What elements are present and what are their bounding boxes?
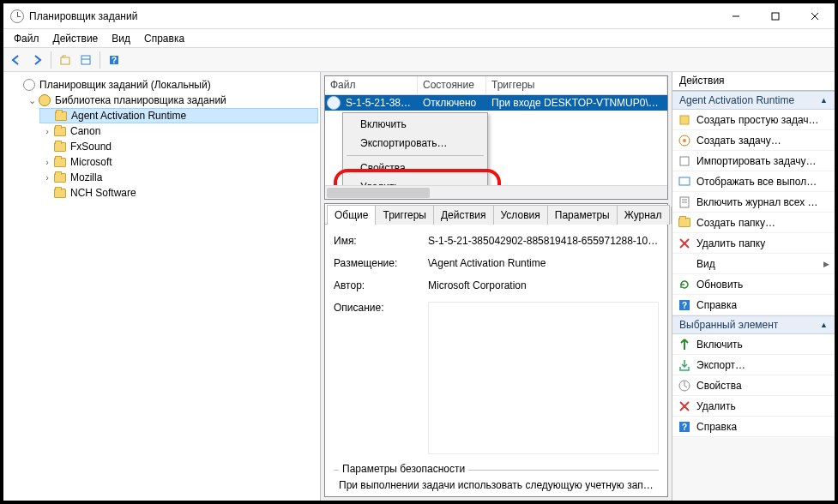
label-location: Размещение: bbox=[334, 257, 428, 269]
col-state[interactable]: Состояние bbox=[418, 76, 486, 94]
toolbar: ? bbox=[3, 48, 835, 72]
action-delete[interactable]: Удалить bbox=[672, 396, 835, 417]
tree-item-agent-activation[interactable]: Agent Activation Runtime bbox=[39, 108, 318, 123]
cm-enable[interactable]: Включить bbox=[345, 115, 485, 134]
col-triggers[interactable]: Триггеры bbox=[486, 76, 667, 94]
value-location: \Agent Activation Runtime bbox=[428, 257, 659, 269]
tab-history[interactable]: Журнал bbox=[617, 205, 670, 225]
security-group: Параметры безопасности bbox=[334, 470, 659, 471]
task-row[interactable]: S-1-5-21-38… Отключено При входе DESKTOP… bbox=[325, 95, 667, 111]
value-author: Microsoft Corporation bbox=[428, 279, 659, 291]
content-area: Планировщик заданий (Локальный) ⌄ Библио… bbox=[3, 72, 835, 501]
tab-general[interactable]: Общие bbox=[327, 205, 376, 225]
cm-properties[interactable]: Свойства bbox=[345, 159, 485, 177]
h-scrollbar[interactable] bbox=[325, 185, 667, 199]
folder-icon bbox=[54, 158, 66, 167]
svg-rect-4 bbox=[61, 57, 69, 64]
tab-settings[interactable]: Параметры bbox=[547, 205, 618, 225]
tree-pane[interactable]: Планировщик заданий (Локальный) ⌄ Библио… bbox=[3, 72, 321, 501]
tab-actions[interactable]: Действия bbox=[433, 205, 494, 225]
app-icon bbox=[10, 9, 24, 23]
svg-text:?: ? bbox=[682, 301, 687, 310]
action-create-basic[interactable]: Создать простую задач… bbox=[672, 110, 835, 130]
menu-action[interactable]: Действие bbox=[46, 31, 106, 46]
label-author: Автор: bbox=[334, 279, 428, 291]
svg-line-23 bbox=[684, 386, 687, 387]
folder-icon bbox=[54, 142, 66, 152]
value-name: S-1-5-21-385042902-885819418-655971288-1… bbox=[428, 235, 659, 247]
task-details-panel: Общие Триггеры Действия Условия Параметр… bbox=[324, 203, 668, 497]
forward-button[interactable] bbox=[27, 51, 46, 69]
security-group-label: Параметры безопасности bbox=[339, 463, 468, 475]
list-header: Файл Состояние Триггеры bbox=[325, 76, 667, 95]
svg-rect-5 bbox=[81, 56, 90, 64]
task-icon bbox=[327, 96, 341, 110]
library-icon bbox=[39, 94, 51, 106]
folder-icon bbox=[678, 218, 690, 227]
task-scheduler-window: Планировщик заданий Файл Действие Вид Сп… bbox=[3, 3, 835, 501]
label-description: Описание: bbox=[334, 302, 428, 454]
svg-rect-12 bbox=[680, 157, 689, 165]
tree-item-microsoft[interactable]: ›Microsoft bbox=[39, 154, 318, 170]
tab-body: Имя: S-1-5-21-385042902-885819418-655971… bbox=[325, 225, 667, 496]
action-properties[interactable]: Свойства bbox=[672, 375, 835, 396]
tree-root[interactable]: Планировщик заданий (Локальный) bbox=[9, 77, 318, 93]
task-file: S-1-5-21-38… bbox=[341, 97, 418, 109]
action-enable-history[interactable]: Включить журнал всех … bbox=[672, 192, 835, 213]
up-button[interactable] bbox=[56, 51, 75, 69]
tree-item-nch[interactable]: NCH Software bbox=[39, 185, 318, 201]
action-view[interactable]: Вид▶ bbox=[672, 254, 835, 274]
action-new-folder[interactable]: Создать папку… bbox=[672, 213, 835, 233]
cm-delete[interactable]: Удалить bbox=[345, 177, 485, 185]
scheduler-icon bbox=[23, 79, 35, 91]
views-button[interactable] bbox=[76, 51, 95, 69]
task-state: Отключено bbox=[418, 97, 486, 109]
task-triggers: При входе DESKTOP-VTNMUP0\ohrau bbox=[486, 97, 667, 109]
tree-library[interactable]: ⌄ Библиотека планировщика заданий bbox=[24, 93, 318, 108]
list-body[interactable]: S-1-5-21-38… Отключено При входе DESKTOP… bbox=[325, 95, 667, 185]
col-file[interactable]: Файл bbox=[325, 76, 418, 94]
action-show-running[interactable]: Отображать все выпол… bbox=[672, 171, 835, 192]
actions-group2-header[interactable]: Выбранный элемент ▲ bbox=[672, 315, 835, 334]
minimize-button[interactable] bbox=[716, 3, 756, 29]
label-name: Имя: bbox=[334, 235, 428, 247]
action-import[interactable]: Импортировать задачу… bbox=[672, 151, 835, 171]
actions-header: Действия bbox=[672, 72, 835, 91]
actions-group1-header[interactable]: Agent Activation Runtime ▲ bbox=[672, 91, 835, 110]
svg-rect-1 bbox=[772, 13, 779, 20]
svg-point-11 bbox=[683, 139, 686, 142]
action-export[interactable]: Экспорт… bbox=[672, 355, 835, 375]
menu-file[interactable]: Файл bbox=[7, 31, 46, 46]
tree-item-mozilla[interactable]: ›Mozilla bbox=[39, 170, 318, 185]
action-create-task[interactable]: Создать задачу… bbox=[672, 130, 835, 151]
close-button[interactable] bbox=[795, 3, 835, 29]
svg-rect-13 bbox=[679, 177, 690, 185]
maximize-button[interactable] bbox=[756, 3, 795, 29]
action-help[interactable]: ?Справка bbox=[672, 295, 835, 315]
middle-pane: Файл Состояние Триггеры S-1-5-21-38… Отк… bbox=[321, 72, 672, 501]
action-help2[interactable]: ?Справка bbox=[672, 417, 835, 437]
titlebar: Планировщик заданий bbox=[3, 3, 835, 29]
actions-scroll[interactable]: Agent Activation Runtime ▲ Создать прост… bbox=[672, 91, 835, 501]
action-delete-folder[interactable]: Удалить папку bbox=[672, 233, 835, 254]
actions-pane: Действия Agent Activation Runtime ▲ Созд… bbox=[672, 72, 835, 501]
tab-triggers[interactable]: Триггеры bbox=[375, 205, 434, 225]
svg-text:?: ? bbox=[112, 56, 117, 65]
back-button[interactable] bbox=[7, 51, 26, 69]
tree-item-canon[interactable]: ›Canon bbox=[39, 123, 318, 139]
help-button[interactable]: ? bbox=[105, 51, 124, 69]
collapse-icon: ▲ bbox=[820, 321, 828, 329]
action-refresh[interactable]: Обновить bbox=[672, 274, 835, 295]
menubar: Файл Действие Вид Справка bbox=[3, 29, 835, 48]
tree-item-fxsound[interactable]: FxSound bbox=[39, 139, 318, 154]
description-box[interactable] bbox=[428, 302, 659, 454]
task-list-panel: Файл Состояние Триггеры S-1-5-21-38… Отк… bbox=[324, 75, 668, 200]
tab-conditions[interactable]: Условия bbox=[493, 205, 548, 225]
cm-export[interactable]: Экспортировать… bbox=[345, 134, 485, 153]
window-title: Планировщик заданий bbox=[29, 10, 137, 22]
folder-icon bbox=[54, 127, 66, 136]
menu-help[interactable]: Справка bbox=[137, 31, 191, 46]
action-enable[interactable]: Включить bbox=[672, 334, 835, 355]
tree-root-label: Планировщик заданий (Локальный) bbox=[39, 79, 211, 91]
menu-view[interactable]: Вид bbox=[105, 31, 137, 46]
